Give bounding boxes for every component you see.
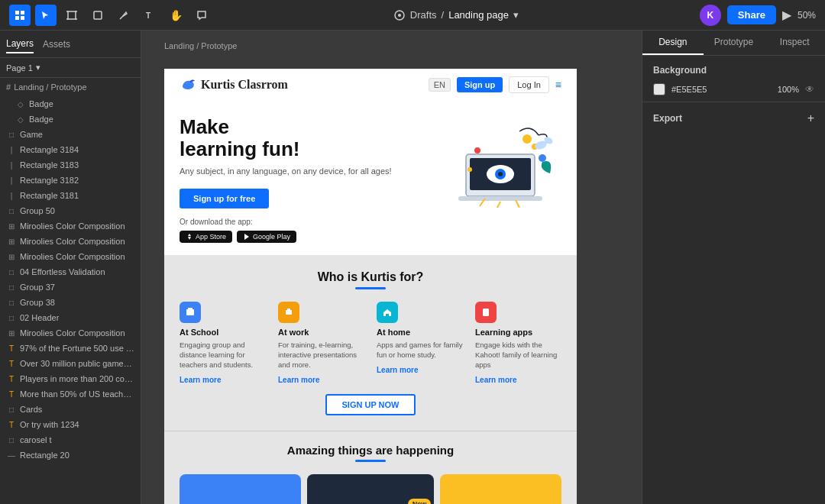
lp-card-school: At School Engaging group and distance le… [180, 302, 266, 386]
visibility-toggle-icon[interactable]: 👁 [805, 84, 814, 95]
list-item[interactable]: | Rectangle 3184 [0, 142, 141, 157]
export-add-icon[interactable]: + [807, 111, 814, 125]
list-item[interactable]: T Players in more than 200 cou... [0, 371, 141, 386]
layer-section-label: Landing / Prototype [14, 82, 86, 92]
shape-tool-btn[interactable] [87, 5, 108, 26]
lp-login-button[interactable]: Log In [509, 76, 549, 93]
layer-label: carosel t [20, 435, 52, 444]
svg-rect-1 [21, 11, 24, 15]
lp-learn-work[interactable]: Learn more [278, 376, 319, 384]
list-item[interactable]: | Rectangle 3181 [0, 188, 141, 203]
page-label: Page 1 [6, 63, 33, 73]
list-item[interactable]: □ Group 38 [0, 295, 141, 310]
list-item[interactable]: ⊞ Miroolies Color Composition [0, 249, 141, 264]
list-item[interactable]: ◇ Badge [0, 111, 141, 127]
text-tool-btn[interactable]: T [139, 5, 160, 26]
svg-line-28 [497, 202, 500, 208]
list-item[interactable]: | Rectangle 3183 [0, 157, 141, 173]
tab-prototype[interactable]: Prototype [704, 31, 765, 55]
text-icon: T [6, 373, 17, 384]
group-icon: □ [6, 297, 17, 308]
pen-tool-btn[interactable] [113, 5, 134, 26]
list-item[interactable]: — Rectangle 20 [0, 447, 141, 463]
canvas-area[interactable]: Landing / Prototype Kurtis Clasrrom EN S… [141, 31, 642, 504]
list-item[interactable]: □ Cards [0, 402, 141, 417]
group-icon: □ [6, 205, 17, 216]
lp-signup-button[interactable]: Sign up [457, 77, 503, 92]
lp-learn-home[interactable]: Learn more [377, 366, 418, 374]
layer-label: Cards [20, 405, 42, 414]
component-icon: ⊞ [6, 251, 17, 262]
dropdown-icon[interactable]: ▾ [513, 9, 519, 21]
lp-appstore-badge[interactable]: App Store [180, 231, 232, 243]
lp-header: Kurtis Clasrrom EN Sign up Log In ≡ [164, 69, 577, 101]
home-tool-btn[interactable] [9, 5, 31, 26]
list-item[interactable]: ⊞ Miroolies Color Composition [0, 218, 141, 234]
lp-lang-selector[interactable]: EN [429, 78, 451, 92]
layer-label: Miroolies Color Composition [20, 328, 125, 338]
tab-design[interactable]: Design [642, 31, 704, 55]
lp-google-badge[interactable]: Google Play [237, 231, 296, 243]
lp-learn-school[interactable]: Learn more [180, 376, 221, 384]
list-item[interactable]: T 97% of the Fortune 500 use K... [0, 341, 141, 356]
topbar-center: Drafts / Landing page ▾ [393, 9, 519, 21]
layer-label: Miroolies Color Composition [20, 252, 125, 261]
layer-label: 02 Header [20, 313, 59, 322]
layer-label: 04 Effortless Validation [20, 267, 105, 276]
lp-signup-now-button[interactable]: SIGN UP NOW [325, 394, 416, 415]
list-item[interactable]: □ Group 37 [0, 279, 141, 295]
line-icon: | [6, 144, 17, 155]
list-item[interactable]: □ carosel t [0, 432, 141, 447]
list-item[interactable]: T Or try with 1234 [0, 417, 141, 432]
list-item[interactable]: □ 02 Header [0, 310, 141, 325]
breadcrumb-sep: / [442, 9, 445, 21]
lp-card-title-work: At work [278, 328, 364, 337]
divider [642, 102, 825, 102]
lp-learn-apps[interactable]: Learn more [475, 376, 516, 384]
tab-assets[interactable]: Assets [43, 36, 70, 53]
list-item[interactable]: T More than 50% of US teacher... [0, 386, 141, 402]
lp-cards: At School Engaging group and distance le… [180, 302, 561, 386]
hand-tool-btn[interactable]: ✋ [165, 5, 186, 26]
zoom-level[interactable]: 50% [798, 10, 816, 21]
play-button[interactable]: ▶ [782, 8, 791, 22]
list-item[interactable]: ⊞ Miroolies Color Composition [0, 234, 141, 249]
group-icon: □ [6, 312, 17, 323]
component-icon: ⊞ [6, 221, 17, 231]
background-color-swatch[interactable] [653, 83, 665, 95]
svg-text:T: T [146, 11, 150, 20]
tab-inspect[interactable]: Inspect [764, 31, 825, 55]
list-item[interactable]: T Over 30 million public games ... [0, 356, 141, 371]
share-button[interactable]: Share [727, 5, 776, 24]
layer-label: Players in more than 200 cou... [20, 374, 134, 383]
comment-tool-btn[interactable] [191, 5, 212, 26]
lp-card2-yellow [440, 474, 561, 504]
list-item[interactable]: ⊞ Miroolies Color Composition [0, 325, 141, 341]
layer-label: Or try with 1234 [20, 420, 79, 429]
frame-tool-btn[interactable] [61, 5, 82, 26]
page-selector[interactable]: Page 1 ▾ [0, 58, 141, 78]
lp-download-text: Or download the app: [180, 218, 439, 226]
svg-rect-0 [15, 11, 19, 15]
lp-cards2: New [180, 474, 561, 504]
group-icon: □ [6, 404, 17, 415]
background-opacity-value: 100% [778, 85, 799, 94]
list-item[interactable]: □ Game [0, 127, 141, 142]
lp-card-icon-home [377, 302, 398, 323]
tab-layers[interactable]: Layers [6, 35, 34, 53]
lp-hamburger-icon[interactable]: ≡ [555, 79, 561, 91]
list-item[interactable]: □ Group 50 [0, 203, 141, 218]
main-layout: Layers Assets Page 1 ▾ # Landing / Proto… [0, 31, 825, 504]
list-item[interactable]: | Rectangle 3182 [0, 173, 141, 188]
breadcrumb-page[interactable]: Landing page [448, 9, 509, 21]
lp-card-icon-school [180, 302, 201, 323]
list-item[interactable]: □ 04 Effortless Validation [0, 264, 141, 279]
lp-hero-cta-button[interactable]: Sign up for free [180, 189, 269, 208]
select-tool-btn[interactable] [35, 5, 57, 26]
lp-section1-underline [355, 287, 386, 289]
page-dropdown-icon: ▾ [36, 63, 40, 73]
layer-label: 97% of the Fortune 500 use K... [20, 344, 134, 353]
lp-section2-title: Amazing things are happening [180, 444, 561, 457]
list-item[interactable]: ◇ Badge [0, 96, 141, 111]
svg-rect-30 [186, 309, 194, 315]
